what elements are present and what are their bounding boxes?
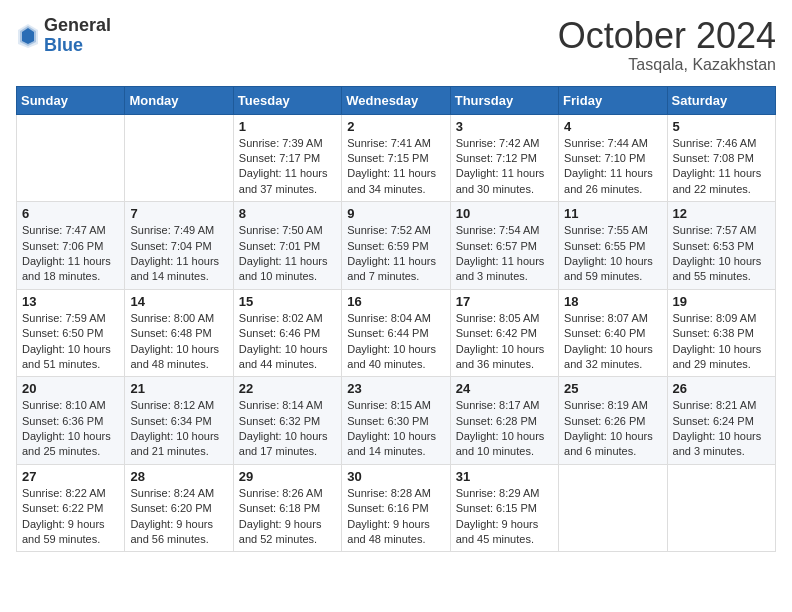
calendar-week-row: 6Sunrise: 7:47 AM Sunset: 7:06 PM Daylig… [17, 202, 776, 290]
calendar-cell: 20Sunrise: 8:10 AM Sunset: 6:36 PM Dayli… [17, 377, 125, 465]
calendar-cell: 6Sunrise: 7:47 AM Sunset: 7:06 PM Daylig… [17, 202, 125, 290]
page-header: General Blue October 2024 Tasqala, Kazak… [16, 16, 776, 74]
day-info: Sunrise: 8:22 AM Sunset: 6:22 PM Dayligh… [22, 486, 119, 548]
day-info: Sunrise: 7:39 AM Sunset: 7:17 PM Dayligh… [239, 136, 336, 198]
day-info: Sunrise: 8:15 AM Sunset: 6:30 PM Dayligh… [347, 398, 444, 460]
weekday-header: Friday [559, 86, 667, 114]
day-number: 18 [564, 294, 661, 309]
logo-general-text: General [44, 16, 111, 36]
day-info: Sunrise: 8:02 AM Sunset: 6:46 PM Dayligh… [239, 311, 336, 373]
calendar-cell: 13Sunrise: 7:59 AM Sunset: 6:50 PM Dayli… [17, 289, 125, 377]
calendar-cell: 30Sunrise: 8:28 AM Sunset: 6:16 PM Dayli… [342, 464, 450, 552]
calendar-cell: 25Sunrise: 8:19 AM Sunset: 6:26 PM Dayli… [559, 377, 667, 465]
day-number: 19 [673, 294, 770, 309]
day-number: 25 [564, 381, 661, 396]
day-info: Sunrise: 7:46 AM Sunset: 7:08 PM Dayligh… [673, 136, 770, 198]
day-info: Sunrise: 7:55 AM Sunset: 6:55 PM Dayligh… [564, 223, 661, 285]
day-number: 4 [564, 119, 661, 134]
day-info: Sunrise: 8:00 AM Sunset: 6:48 PM Dayligh… [130, 311, 227, 373]
weekday-header: Saturday [667, 86, 775, 114]
day-info: Sunrise: 8:12 AM Sunset: 6:34 PM Dayligh… [130, 398, 227, 460]
calendar-cell [559, 464, 667, 552]
calendar-cell: 8Sunrise: 7:50 AM Sunset: 7:01 PM Daylig… [233, 202, 341, 290]
day-info: Sunrise: 7:42 AM Sunset: 7:12 PM Dayligh… [456, 136, 553, 198]
day-number: 6 [22, 206, 119, 221]
calendar-cell: 4Sunrise: 7:44 AM Sunset: 7:10 PM Daylig… [559, 114, 667, 202]
logo-icon [16, 22, 40, 50]
weekday-header-row: SundayMondayTuesdayWednesdayThursdayFrid… [17, 86, 776, 114]
day-number: 10 [456, 206, 553, 221]
calendar-cell [667, 464, 775, 552]
day-info: Sunrise: 8:07 AM Sunset: 6:40 PM Dayligh… [564, 311, 661, 373]
calendar-cell: 2Sunrise: 7:41 AM Sunset: 7:15 PM Daylig… [342, 114, 450, 202]
day-info: Sunrise: 7:54 AM Sunset: 6:57 PM Dayligh… [456, 223, 553, 285]
day-number: 30 [347, 469, 444, 484]
calendar-cell: 1Sunrise: 7:39 AM Sunset: 7:17 PM Daylig… [233, 114, 341, 202]
day-number: 21 [130, 381, 227, 396]
day-number: 7 [130, 206, 227, 221]
calendar-week-row: 27Sunrise: 8:22 AM Sunset: 6:22 PM Dayli… [17, 464, 776, 552]
day-info: Sunrise: 8:24 AM Sunset: 6:20 PM Dayligh… [130, 486, 227, 548]
calendar-cell: 3Sunrise: 7:42 AM Sunset: 7:12 PM Daylig… [450, 114, 558, 202]
weekday-header: Sunday [17, 86, 125, 114]
calendar-cell: 7Sunrise: 7:49 AM Sunset: 7:04 PM Daylig… [125, 202, 233, 290]
day-info: Sunrise: 7:50 AM Sunset: 7:01 PM Dayligh… [239, 223, 336, 285]
logo-blue-text: Blue [44, 36, 111, 56]
day-info: Sunrise: 7:49 AM Sunset: 7:04 PM Dayligh… [130, 223, 227, 285]
month-title: October 2024 [558, 16, 776, 56]
day-info: Sunrise: 8:26 AM Sunset: 6:18 PM Dayligh… [239, 486, 336, 548]
day-info: Sunrise: 7:41 AM Sunset: 7:15 PM Dayligh… [347, 136, 444, 198]
day-info: Sunrise: 8:04 AM Sunset: 6:44 PM Dayligh… [347, 311, 444, 373]
day-number: 11 [564, 206, 661, 221]
day-number: 23 [347, 381, 444, 396]
day-number: 20 [22, 381, 119, 396]
day-number: 2 [347, 119, 444, 134]
location: Tasqala, Kazakhstan [558, 56, 776, 74]
calendar-cell: 5Sunrise: 7:46 AM Sunset: 7:08 PM Daylig… [667, 114, 775, 202]
day-info: Sunrise: 7:52 AM Sunset: 6:59 PM Dayligh… [347, 223, 444, 285]
day-number: 16 [347, 294, 444, 309]
day-info: Sunrise: 7:57 AM Sunset: 6:53 PM Dayligh… [673, 223, 770, 285]
calendar-cell: 26Sunrise: 8:21 AM Sunset: 6:24 PM Dayli… [667, 377, 775, 465]
day-number: 8 [239, 206, 336, 221]
day-number: 26 [673, 381, 770, 396]
day-info: Sunrise: 7:47 AM Sunset: 7:06 PM Dayligh… [22, 223, 119, 285]
calendar-cell: 29Sunrise: 8:26 AM Sunset: 6:18 PM Dayli… [233, 464, 341, 552]
title-block: October 2024 Tasqala, Kazakhstan [558, 16, 776, 74]
calendar-cell [17, 114, 125, 202]
day-number: 22 [239, 381, 336, 396]
calendar-table: SundayMondayTuesdayWednesdayThursdayFrid… [16, 86, 776, 553]
weekday-header: Tuesday [233, 86, 341, 114]
day-info: Sunrise: 8:21 AM Sunset: 6:24 PM Dayligh… [673, 398, 770, 460]
calendar-cell: 11Sunrise: 7:55 AM Sunset: 6:55 PM Dayli… [559, 202, 667, 290]
calendar-cell: 18Sunrise: 8:07 AM Sunset: 6:40 PM Dayli… [559, 289, 667, 377]
calendar-cell: 9Sunrise: 7:52 AM Sunset: 6:59 PM Daylig… [342, 202, 450, 290]
calendar-cell: 10Sunrise: 7:54 AM Sunset: 6:57 PM Dayli… [450, 202, 558, 290]
day-info: Sunrise: 8:10 AM Sunset: 6:36 PM Dayligh… [22, 398, 119, 460]
day-number: 31 [456, 469, 553, 484]
day-number: 14 [130, 294, 227, 309]
day-number: 15 [239, 294, 336, 309]
logo-text: General Blue [44, 16, 111, 56]
day-number: 9 [347, 206, 444, 221]
calendar-cell: 22Sunrise: 8:14 AM Sunset: 6:32 PM Dayli… [233, 377, 341, 465]
weekday-header: Monday [125, 86, 233, 114]
day-number: 13 [22, 294, 119, 309]
day-number: 3 [456, 119, 553, 134]
calendar-cell: 12Sunrise: 7:57 AM Sunset: 6:53 PM Dayli… [667, 202, 775, 290]
day-number: 24 [456, 381, 553, 396]
calendar-week-row: 1Sunrise: 7:39 AM Sunset: 7:17 PM Daylig… [17, 114, 776, 202]
day-number: 29 [239, 469, 336, 484]
day-number: 27 [22, 469, 119, 484]
calendar-cell: 19Sunrise: 8:09 AM Sunset: 6:38 PM Dayli… [667, 289, 775, 377]
calendar-cell: 16Sunrise: 8:04 AM Sunset: 6:44 PM Dayli… [342, 289, 450, 377]
calendar-cell: 24Sunrise: 8:17 AM Sunset: 6:28 PM Dayli… [450, 377, 558, 465]
calendar-week-row: 13Sunrise: 7:59 AM Sunset: 6:50 PM Dayli… [17, 289, 776, 377]
day-number: 28 [130, 469, 227, 484]
day-info: Sunrise: 8:28 AM Sunset: 6:16 PM Dayligh… [347, 486, 444, 548]
logo: General Blue [16, 16, 111, 56]
day-number: 17 [456, 294, 553, 309]
weekday-header: Wednesday [342, 86, 450, 114]
day-number: 5 [673, 119, 770, 134]
day-info: Sunrise: 8:29 AM Sunset: 6:15 PM Dayligh… [456, 486, 553, 548]
